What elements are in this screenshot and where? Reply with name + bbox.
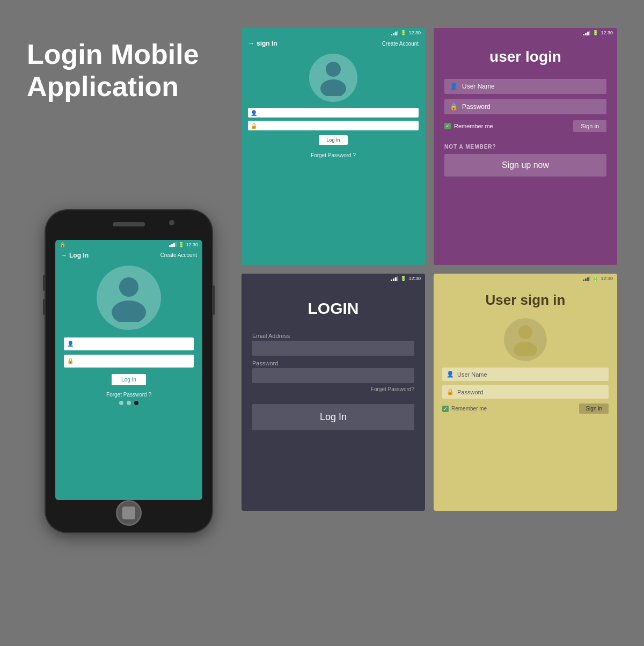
svg-point-10: [326, 62, 341, 77]
teal-status-bar: 🔋 12:30: [241, 28, 425, 38]
yellow-lock-icon: 🔒: [447, 388, 454, 395]
purple-status-bar: 🔋 12:30: [434, 28, 617, 38]
purple-signal-icon: [583, 31, 590, 35]
teal-create-account[interactable]: Create Account: [382, 41, 419, 47]
svg-rect-16: [391, 280, 392, 281]
title-section: Login Mobile Application: [27, 28, 231, 114]
svg-rect-13: [585, 33, 587, 35]
teal-login-button[interactable]: Log In: [319, 135, 347, 145]
svg-rect-0: [169, 245, 171, 247]
phone-mockup: 🔒 🔋 12:30: [27, 210, 231, 532]
volume-up-button[interactable]: [43, 275, 45, 291]
teal-password-row: 🔒: [248, 121, 419, 130]
svg-rect-8: [395, 32, 397, 35]
purple-time: 12:30: [601, 30, 613, 35]
purple-signin-button[interactable]: Sign in: [573, 120, 606, 132]
svg-rect-2: [173, 243, 175, 247]
svg-rect-12: [583, 34, 584, 35]
svg-point-4: [119, 277, 138, 297]
teal-password-input[interactable]: [260, 122, 416, 129]
volume-down-button[interactable]: [43, 299, 45, 315]
svg-rect-15: [589, 31, 590, 35]
panel-dark: 🔋 12:30 LOGIN Email Address Password For…: [241, 274, 425, 511]
yellow-signin-button[interactable]: Sign in: [579, 403, 609, 414]
teal-lock-icon: 🔒: [251, 123, 257, 129]
yellow-remember-label: Remember me: [451, 406, 487, 412]
yellow-title: User sign in: [434, 283, 617, 314]
purple-lock-icon: 🔒: [450, 103, 458, 111]
phone-password-input[interactable]: [77, 357, 191, 365]
phone-status-icons: 🔋 12:30: [169, 242, 198, 247]
main-container: Login Mobile Application 🔒: [27, 28, 617, 618]
svg-point-11: [320, 79, 346, 96]
phone-forget-password[interactable]: Forget Password ?: [55, 392, 202, 398]
phone-speaker: [113, 222, 145, 226]
phone-user-icon: 👤: [67, 341, 74, 347]
teal-signal-icon: [391, 31, 398, 35]
phone-username-row: 👤: [64, 337, 194, 350]
purple-checkbox[interactable]: ✓: [444, 123, 451, 129]
svg-rect-1: [171, 244, 173, 247]
teal-username-input[interactable]: [260, 109, 416, 116]
teal-avatar-icon: [317, 60, 349, 96]
svg-rect-23: [589, 276, 590, 281]
teal-avatar-circle: [309, 54, 357, 102]
svg-rect-19: [397, 276, 398, 281]
svg-rect-18: [395, 277, 397, 281]
dark-status-bar: 🔋 12:30: [241, 274, 425, 283]
purple-remember-row: ✓ Remember me Sign in: [444, 120, 606, 132]
teal-battery-icon: 🔋: [400, 30, 406, 35]
yellow-checkbox[interactable]: ✓: [442, 406, 449, 412]
yellow-username-row: 👤 User Name: [442, 368, 609, 381]
purple-title: user login: [434, 38, 617, 76]
phone-page-dots: [55, 401, 202, 405]
dark-password-input[interactable]: [252, 368, 414, 383]
teal-time: 12:30: [408, 30, 421, 35]
phone-battery-icon: 🔋: [178, 242, 184, 247]
dark-login-button[interactable]: Log In: [252, 404, 414, 430]
dark-title: LOGIN: [241, 283, 425, 328]
svg-rect-17: [393, 278, 394, 281]
yellow-time: 12:30: [601, 276, 613, 281]
purple-remember-left: ✓ Remember me: [444, 123, 493, 129]
svg-point-5: [112, 300, 146, 322]
teal-nav: → sign In Create Account: [241, 38, 425, 52]
purple-username-row: 👤 User Name: [444, 79, 606, 94]
teal-arrow-icon: →: [248, 40, 254, 47]
purple-remember-label: Remember me: [454, 123, 493, 129]
phone-signal-icon: [169, 242, 177, 247]
phone-username-input[interactable]: [77, 340, 191, 348]
dark-email-input[interactable]: [252, 341, 414, 356]
panel-teal: 🔋 12:30 → sign In Create Account 👤: [241, 28, 425, 265]
yellow-remember-row: ✓ Remember me Sign in: [442, 403, 609, 414]
power-button[interactable]: [213, 285, 215, 315]
teal-forget-password[interactable]: Forget Password ?: [241, 152, 425, 164]
phone-time: 12:30: [186, 242, 198, 247]
svg-point-25: [514, 342, 537, 356]
panels-right: 🔋 12:30 → sign In Create Account 👤: [241, 28, 617, 511]
yellow-avatar-circle: [504, 318, 547, 361]
phone-login-button[interactable]: Log In: [112, 374, 146, 385]
phone-camera: [169, 220, 174, 225]
phone-dot-1: [119, 401, 123, 405]
dark-battery-icon: 🔋: [400, 276, 406, 281]
phone-home-button[interactable]: [116, 500, 142, 526]
phone-dot-3: [134, 401, 138, 405]
yellow-user-icon: 👤: [447, 371, 454, 378]
phone-avatar-icon: [107, 274, 150, 322]
purple-password-label: Password: [462, 103, 491, 111]
phone-nav: → Log In Create Account: [55, 249, 202, 262]
phone-create-account[interactable]: Create Account: [160, 252, 197, 258]
page-title: Login Mobile Application: [27, 39, 231, 103]
phone-status-bar: 🔒 🔋 12:30: [55, 240, 202, 249]
svg-rect-7: [393, 33, 394, 35]
phone-dot-2: [127, 401, 131, 405]
purple-user-icon: 👤: [450, 83, 458, 90]
purple-not-member: NOT A MEMBER?: [444, 144, 606, 150]
dark-password-label: Password: [252, 360, 414, 366]
teal-signin-label: sign In: [257, 40, 277, 47]
purple-signup-button[interactable]: Sign up now: [444, 154, 606, 177]
dark-forget-password[interactable]: Forget Password?: [252, 386, 414, 392]
dark-signal-icon: [391, 276, 398, 281]
purple-username-label: User Name: [462, 83, 495, 90]
